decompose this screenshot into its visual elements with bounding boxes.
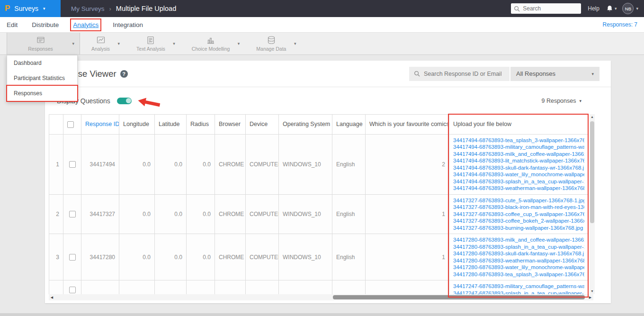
cell-os: WINDOWS_10 [279, 134, 332, 194]
horizontal-scrollbar-thumb[interactable] [333, 295, 585, 299]
col-header-label: Which is your favourite comics? [369, 121, 449, 127]
file-link[interactable]: 34417247-68763893-military_camouflage_pa… [453, 283, 584, 290]
response-viewer-card: Response Viewer ? All Responses ▾ Displa… [45, 61, 611, 303]
file-link[interactable]: 34417327-68763893-burning-wallpaper-1366… [453, 225, 584, 232]
chevron-down-icon[interactable]: ▾ [615, 6, 617, 11]
vertical-scrollbar-thumb[interactable] [590, 121, 594, 223]
scroll-up-arrow-icon[interactable]: ▲ [590, 114, 595, 120]
chevron-down-icon[interactable]: ▾ [43, 6, 45, 11]
toolbar-item-choice-modelling[interactable]: Choice Modelling▾ [182, 33, 245, 54]
responses-count-dropdown[interactable]: 9 Responses ▾ [542, 98, 600, 104]
file-link[interactable]: 34417494-68763893-skull-dark-fantasy-wr-… [453, 164, 584, 172]
file-link[interactable]: 34417327-68763893-coffee_cup_5-wallpaper… [453, 211, 584, 218]
file-link[interactable]: 34417494-68763893-splash_in_a_tea_cup-wa… [453, 178, 584, 185]
horizontal-scrollbar[interactable]: ◀ ▶ [49, 294, 593, 300]
responses-icon [36, 36, 45, 45]
file-link[interactable]: 34417280-68763893-milk_and_coffee-wallpa… [453, 236, 584, 244]
col-header-longitude: Longitude [119, 115, 155, 135]
cell-files: 34417494-68763893-tea_splash_3-wallpaper… [449, 134, 589, 194]
menu-item-dashboard[interactable]: Dashboard [7, 55, 77, 71]
row-checkbox[interactable] [69, 211, 76, 217]
scroll-down-arrow-icon[interactable]: ▼ [590, 289, 595, 294]
breadcrumb[interactable]: My Surveys [71, 5, 105, 12]
table-row: 34417247-68763893-military_camouflage_pa… [49, 280, 589, 294]
content-area: Response Viewer ? All Responses ▾ Displa… [0, 61, 644, 316]
response-search-input[interactable] [423, 70, 502, 78]
search-icon [414, 71, 420, 77]
help-link[interactable]: Help [588, 5, 599, 12]
cell-check [63, 280, 81, 294]
avatar[interactable]: NB [622, 3, 634, 14]
scroll-left-arrow-icon[interactable]: ◀ [49, 294, 55, 300]
responses-table: Response ID▲LongitudeLatitudeRadiusBrows… [49, 114, 589, 294]
notifications-button[interactable]: ▾ [606, 5, 617, 12]
display-questions-toggle[interactable] [117, 98, 132, 104]
table-row: 3344172800.00.00.0CHROMECOMPUTERWINDOWS_… [49, 234, 589, 280]
chevron-down-icon[interactable]: ▾ [118, 41, 120, 46]
row-checkbox[interactable] [69, 161, 76, 168]
file-link[interactable]: 34417280-68763893-weatherman-wallpaper-1… [453, 257, 584, 264]
toolbar-item-responses[interactable]: Responses▾ [7, 33, 80, 54]
cell-response-id: 34417327 [81, 194, 119, 234]
help-icon[interactable]: ? [120, 70, 128, 78]
file-link[interactable]: 34417327-68763893-cute_5-wallpaper-1366x… [453, 197, 584, 204]
chevron-down-icon[interactable]: ▾ [294, 41, 296, 46]
table-row: 2344173270.00.00.0CHROMECOMPUTERWINDOWS_… [49, 194, 589, 234]
cell-longitude: 0.0 [119, 234, 155, 280]
menu-item-participant-statistics[interactable]: Participant Statistics [7, 71, 77, 86]
annotation-arrow-icon [137, 97, 161, 108]
toolbar-item-label: Analysis [91, 46, 110, 52]
menu-item-responses[interactable]: Responses [7, 86, 77, 101]
vertical-scrollbar[interactable]: ▲ ▼ [590, 114, 595, 294]
file-link[interactable]: 34417494-68763893-water_lily_monochrome-… [453, 171, 584, 178]
file-link[interactable]: 34417494-68763893-lit_matchstick-wallpap… [453, 157, 584, 164]
cell-longitude [119, 280, 155, 294]
tab-analytics[interactable]: Analytics [73, 21, 98, 28]
tab-integration[interactable]: Integration [113, 21, 143, 28]
toolbar-item-analysis[interactable]: Analysis▾ [82, 33, 125, 54]
scroll-right-arrow-icon[interactable]: ▶ [587, 294, 593, 300]
cell-device: COMPUTER [246, 134, 279, 194]
cell-radius: 0.0 [187, 134, 215, 194]
col-header-label: Browser [219, 121, 241, 127]
cell-comics: 1 [366, 234, 449, 280]
text-analysis-icon [146, 36, 155, 45]
cell-comics: 1 [366, 194, 449, 234]
col-header-label: Response ID [85, 121, 119, 127]
file-link[interactable]: 34417327-68763893-coffee_bokeh_2-wallpap… [453, 217, 584, 225]
col-header-label: Operating System [283, 121, 330, 127]
row-checkbox[interactable] [69, 287, 76, 293]
file-link[interactable]: 34417247-68763893-splash_in_a_tea_cup-wa… [453, 290, 584, 294]
chevron-down-icon[interactable]: ▾ [173, 41, 175, 46]
file-link[interactable]: 34417494-68763893-tea_splash_3-wallpaper… [453, 137, 584, 144]
toolbar-item-text-analysis[interactable]: Text Analysis▾ [127, 33, 180, 54]
cell-language [332, 280, 366, 294]
file-link[interactable]: 34417327-68763893-black-iron-man-with-re… [453, 204, 584, 211]
footer-strip [0, 313, 644, 316]
cell-num [49, 280, 63, 294]
file-link[interactable]: 34417494-68763893-military_camouflage_pa… [453, 144, 584, 151]
file-link[interactable]: 34417280-68763893-water_lily_monochrome-… [453, 264, 584, 271]
response-search[interactable] [409, 67, 510, 81]
file-link[interactable]: 34417494-68763893-weatherman-wallpaper-1… [453, 185, 584, 192]
chevron-down-icon[interactable]: ▾ [636, 6, 638, 11]
file-link[interactable]: 34417280-68763893-skull-dark-fantasy-wr-… [453, 250, 584, 257]
col-header-comics: Which is your favourite comics? [366, 115, 449, 135]
row-checkbox[interactable] [69, 254, 76, 261]
chevron-down-icon[interactable]: ▾ [72, 41, 74, 46]
cell-os: WINDOWS_10 [279, 234, 332, 280]
chevron-down-icon[interactable]: ▾ [238, 41, 240, 46]
cell-check [63, 234, 81, 280]
select-all-checkbox[interactable] [67, 121, 74, 128]
file-link[interactable]: 34417280-68763893-tea_splash_3-wallpaper… [453, 271, 584, 278]
file-link[interactable]: 34417494-68763893-milk_and_coffee-wallpa… [453, 151, 584, 158]
tab-distribute[interactable]: Distribute [32, 21, 59, 28]
global-search-input[interactable] [522, 5, 578, 12]
toolbar-item-manage-data[interactable]: Manage Data▾ [247, 33, 301, 54]
file-link[interactable]: 34417280-68763893-splash_in_a_tea_cup-wa… [453, 244, 584, 251]
response-filter-dropdown[interactable]: All Responses ▾ [510, 67, 599, 81]
global-search[interactable] [511, 3, 581, 14]
surveys-product-menu[interactable]: P Surveys ▾ [0, 0, 61, 17]
tab-edit[interactable]: Edit [7, 21, 18, 28]
col-header-label: Language [336, 121, 363, 127]
